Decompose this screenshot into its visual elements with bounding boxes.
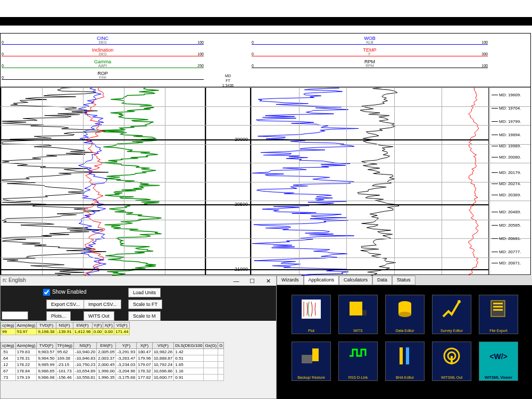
app-icon-graphic (301, 298, 322, 320)
side-md-label: MD: 20274. (499, 181, 521, 186)
tab-data[interactable]: Data (372, 276, 392, 285)
app-label: WITSML Viewer (479, 376, 518, 379)
column-header[interactable]: DLS(DEG/100 (174, 343, 204, 349)
app-icon-graphic (488, 298, 509, 320)
app-witsml-out[interactable]: WITSML Out (432, 342, 471, 381)
table-row[interactable]: .73179.199,986.98-156.46-10,558.811,996.… (1, 375, 224, 381)
column-header[interactable]: TVD(F) (37, 343, 56, 349)
table-row[interactable]: .67178.849,986.65-161.73-10,654.891,998.… (1, 368, 224, 375)
side-md-label: MD: 19704. (499, 106, 521, 111)
app-rss-d-link[interactable]: RSS D-Link (338, 342, 378, 381)
tab-applications[interactable]: Applications (304, 276, 339, 285)
app-icon-graphic: <W/> (488, 345, 509, 367)
close-button[interactable]: ✕ (260, 276, 276, 286)
app-label: RSS D-Link (339, 376, 377, 379)
left-track (1, 87, 205, 275)
side-md-label: MD: 20179. (499, 170, 521, 175)
column-header[interactable]: c(deg) (1, 343, 16, 349)
load-units-button[interactable]: Load Units (128, 288, 161, 297)
table-row[interactable]: .51179.639,983.5795.62-10,940.202,005.05… (1, 349, 224, 355)
column-header[interactable]: TVD(F) (37, 322, 56, 329)
side-md-label: MD: 20777. (499, 250, 521, 254)
plots-button[interactable]: Plots... (46, 311, 71, 321)
svg-rect-14 (406, 347, 409, 364)
side-md-label: MD: 19989. (499, 144, 521, 148)
column-header[interactable]: VS(F) (114, 322, 129, 329)
survey-summary-table[interactable]: c(deg)Azm(deg)TVD(F)NS(F)EW(F)Y(F)X(F)VS… (1, 322, 130, 335)
depth-ft-label: FT (205, 79, 251, 82)
column-header[interactable]: G (218, 343, 224, 349)
column-header[interactable]: Y(F) (116, 343, 137, 349)
svg-rect-9 (493, 306, 503, 307)
app-icon-graphic (347, 298, 369, 320)
app-bha-editor[interactable]: BHA Editor (385, 342, 425, 381)
show-enabled-checkbox[interactable]: Show Enabled (43, 289, 87, 296)
column-header[interactable]: NS(F) (73, 343, 96, 349)
right-track (251, 87, 489, 275)
scale-m-button[interactable]: Scale to M (128, 311, 161, 321)
panel-title: n: English (3, 277, 26, 283)
tab-calculators[interactable]: Calculators (339, 276, 372, 285)
table-row[interactable]: .12178.229,985.99-23.15-10,750.232,000.4… (1, 362, 224, 368)
app-survey-editor[interactable]: Survey Editor (432, 295, 471, 334)
app-icon-graphic (394, 345, 415, 367)
column-header[interactable]: Azm(deg) (15, 322, 37, 329)
column-header[interactable]: X(F) (103, 322, 114, 329)
column-header[interactable]: NS(F) (56, 322, 73, 329)
track-headers: CINCDEG0100InclinationDEG0100GammaAAPI02… (1, 34, 530, 87)
unit-combo[interactable] (2, 311, 28, 320)
panel-toolbar: Show Enabled To Depth Load Units Export … (1, 286, 276, 321)
applications-panel: WizardsApplicationsCalculatorsDataStatus… (277, 276, 532, 399)
app-icon-graphic (347, 345, 369, 367)
app-data-editor[interactable]: Data Editor (385, 295, 425, 334)
column-header[interactable]: c(deg) (1, 322, 16, 329)
side-md-label: MD: 20585. (499, 223, 521, 228)
column-header[interactable]: TF(deg) (56, 343, 73, 349)
scale-ft-button[interactable]: Scale to FT (128, 300, 162, 309)
side-md-label: MD: 19799. (499, 119, 521, 124)
tab-status[interactable]: Status (392, 276, 415, 285)
svg-rect-11 (302, 355, 312, 363)
import-csv-button[interactable]: Import CSV... (84, 300, 121, 309)
log-body[interactable]: 200002050021000 (1, 87, 530, 275)
app-witsml-viewer[interactable]: <W/>WITSML Viewer (479, 342, 518, 381)
svg-point-5 (398, 312, 411, 317)
column-header[interactable]: VS(F) (152, 343, 174, 349)
column-header[interactable]: Gx(G) (204, 343, 218, 349)
depth-md-label: MD (205, 74, 251, 78)
app-icon-graphic (301, 345, 322, 367)
export-csv-button[interactable]: Export CSV... (46, 300, 85, 309)
survey-panel: n: English — ☐ ✕ Show Enabled To Depth L… (0, 276, 277, 399)
app-label: Plot (292, 329, 330, 332)
app-file-export[interactable]: File Export (479, 295, 518, 334)
side-md-label: MD: 20681. (499, 236, 521, 241)
maximize-button[interactable]: ☐ (244, 276, 260, 286)
svg-text:<W/>: <W/> (489, 352, 507, 361)
tab-wizards[interactable]: Wizards (277, 276, 304, 285)
wits-out-button[interactable]: WITS Out (84, 311, 114, 321)
depth-track: 200002050021000 (205, 87, 251, 275)
table-row[interactable]: 9953.979,198.38-139.911,412.960.000.0017… (1, 329, 130, 335)
svg-point-6 (458, 300, 461, 303)
side-md-label: MD: 20080. (499, 155, 521, 160)
log-plot-area[interactable]: CINCDEG0100InclinationDEG0100GammaAAPI02… (0, 33, 531, 275)
table-row[interactable]: .64178.319,984.50169.38-10,846.832,003.3… (1, 355, 224, 362)
app-label: Data Editor (386, 329, 424, 332)
app-label: WITSML Out (433, 376, 471, 379)
app-backup-restore[interactable]: Backup/ Restore (292, 342, 331, 381)
column-header[interactable]: X(F) (137, 343, 152, 349)
column-header[interactable]: EW(F) (73, 322, 92, 329)
app-label: WITS (339, 329, 377, 332)
app-panel: PlotWITSData EditorSurvey EditorFile Exp… (277, 285, 532, 399)
column-header[interactable]: Y(F) (92, 322, 103, 329)
column-header[interactable]: EW(F) (97, 343, 116, 349)
app-label: Backup/ Restore (292, 376, 330, 379)
minimize-button[interactable]: — (228, 276, 244, 286)
column-header[interactable]: Azm(deg) (15, 343, 37, 349)
side-md-label: MD: 20369. (499, 193, 521, 197)
app-wits[interactable]: WITS (338, 295, 378, 334)
app-plot[interactable]: Plot (292, 295, 331, 334)
svg-rect-12 (312, 348, 319, 361)
side-md-label: MD: 20489. (499, 210, 521, 214)
survey-data-table[interactable]: c(deg)Azm(deg)TVD(F)TF(deg)NS(F)EW(F)Y(F… (1, 342, 224, 381)
